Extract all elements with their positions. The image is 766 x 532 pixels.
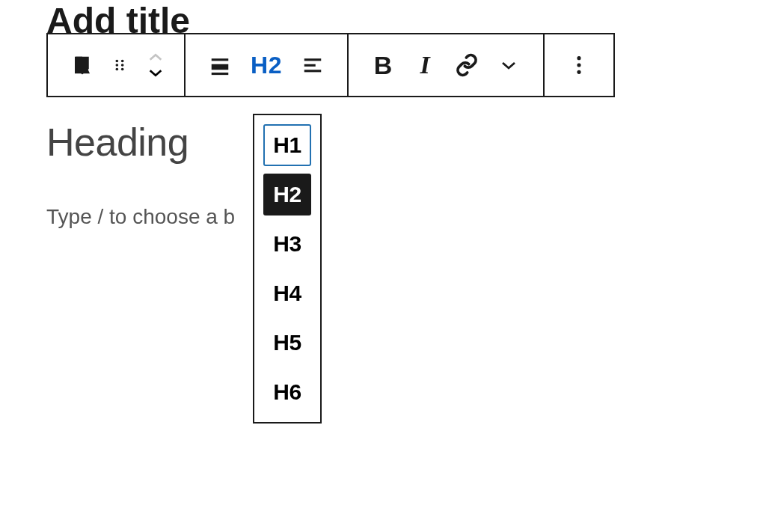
move-down-button[interactable] bbox=[141, 65, 171, 80]
heading-level-option-h2[interactable]: H2 bbox=[263, 174, 311, 215]
svg-point-12 bbox=[577, 56, 580, 60]
svg-point-5 bbox=[121, 68, 124, 71]
svg-rect-8 bbox=[212, 73, 229, 75]
paragraph-placeholder[interactable]: Type / to choose a b bbox=[46, 205, 235, 229]
more-rich-text-button[interactable] bbox=[488, 44, 530, 86]
move-up-down bbox=[141, 50, 171, 80]
heading-block-icon[interactable] bbox=[61, 44, 103, 86]
svg-rect-9 bbox=[304, 58, 322, 61]
toolbar-group-format: B I bbox=[349, 34, 545, 96]
svg-point-13 bbox=[577, 63, 580, 67]
svg-point-1 bbox=[121, 60, 124, 63]
heading-level-button[interactable]: H2 bbox=[241, 44, 292, 86]
post-title-peek: Add title bbox=[46, 0, 190, 33]
toolbar-group-block bbox=[48, 34, 186, 96]
link-button[interactable] bbox=[446, 44, 488, 86]
drag-handle-icon[interactable] bbox=[103, 44, 136, 86]
heading-level-option-h1[interactable]: H1 bbox=[263, 124, 311, 166]
heading-level-option-h6[interactable]: H6 bbox=[263, 371, 311, 413]
move-up-button bbox=[141, 50, 171, 65]
svg-point-3 bbox=[121, 64, 124, 67]
italic-button[interactable]: I bbox=[404, 44, 446, 86]
svg-rect-6 bbox=[212, 58, 229, 61]
block-toolbar: H2 B I bbox=[46, 33, 615, 97]
toolbar-group-more bbox=[545, 34, 613, 96]
align-button[interactable] bbox=[199, 44, 241, 86]
bold-button[interactable]: B bbox=[362, 44, 404, 86]
svg-point-0 bbox=[116, 60, 119, 63]
svg-rect-7 bbox=[212, 64, 229, 70]
editor-content: Heading Type / to choose a b bbox=[46, 120, 235, 229]
toolbar-group-heading: H2 bbox=[186, 34, 349, 96]
text-align-button[interactable] bbox=[292, 44, 334, 86]
heading-level-option-h4[interactable]: H4 bbox=[263, 272, 311, 314]
svg-point-14 bbox=[577, 70, 580, 74]
heading-level-dropdown: H1H2H3H4H5H6 bbox=[253, 114, 322, 424]
heading-level-option-h5[interactable]: H5 bbox=[263, 322, 311, 364]
heading-level-option-h3[interactable]: H3 bbox=[263, 223, 311, 265]
svg-rect-10 bbox=[304, 64, 316, 67]
svg-rect-11 bbox=[304, 70, 322, 72]
heading-block[interactable]: Heading bbox=[46, 120, 235, 165]
more-options-button[interactable] bbox=[564, 44, 594, 86]
svg-point-2 bbox=[116, 64, 119, 67]
svg-point-4 bbox=[116, 68, 119, 71]
